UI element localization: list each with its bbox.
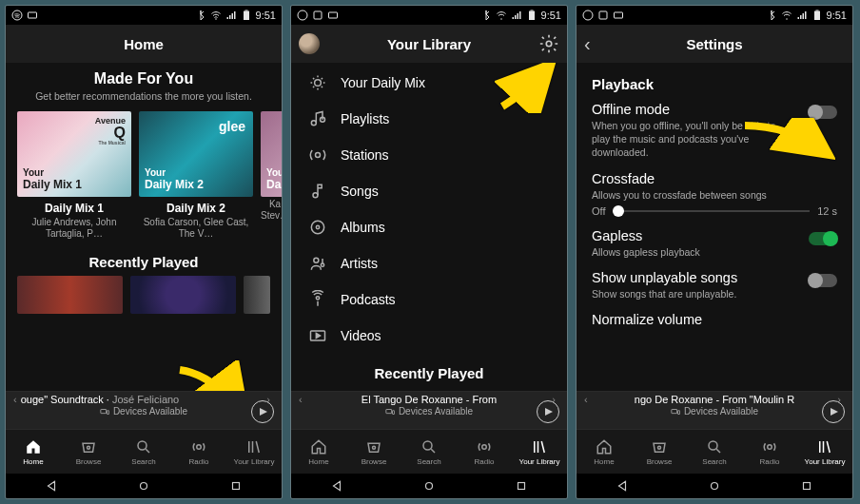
- svg-rect-42: [815, 10, 818, 11]
- android-nav: [291, 474, 567, 498]
- tab-radio[interactable]: Radio: [171, 430, 226, 474]
- tab-radio[interactable]: Radio: [742, 430, 797, 474]
- nav-recent[interactable]: [229, 479, 243, 493]
- devices-available[interactable]: Devices Available: [299, 406, 559, 417]
- play-button[interactable]: [251, 400, 274, 423]
- svg-rect-3: [244, 11, 249, 21]
- library-item-albums[interactable]: Albums: [291, 209, 567, 245]
- crossfade-slider[interactable]: [613, 210, 810, 212]
- nav-home[interactable]: [422, 479, 436, 493]
- show-unplayable-toggle[interactable]: [809, 274, 837, 287]
- setting-desc: Show songs that are unplayable.: [592, 287, 795, 300]
- tab-radio[interactable]: Radio: [457, 430, 512, 474]
- tab-search[interactable]: Search: [116, 430, 171, 474]
- setting-normalize-volume: Normalize volume: [592, 312, 837, 327]
- wifi-icon: [496, 10, 507, 21]
- svg-point-12: [298, 10, 307, 20]
- now-playing-track: El Tango De Roxanne - From: [306, 394, 553, 405]
- daily-mix-1-art: Avenue Q The Musical Your Daily Mix 1: [17, 111, 131, 197]
- status-time: 9:51: [827, 10, 847, 21]
- recent-item-3[interactable]: [244, 276, 270, 314]
- nav-home[interactable]: [137, 479, 150, 493]
- recent-item-2[interactable]: [130, 276, 236, 314]
- offline-mode-toggle[interactable]: [809, 106, 837, 119]
- spotify-status-icon: [297, 10, 308, 21]
- setting-title: Crossfade: [592, 171, 837, 186]
- gapless-toggle[interactable]: [809, 232, 837, 245]
- avatar[interactable]: [299, 33, 320, 54]
- svg-rect-41: [814, 11, 820, 21]
- outlook-status-icon: [327, 10, 339, 21]
- svg-point-37: [583, 10, 593, 20]
- now-playing-bar[interactable]: ‹ El Tango De Roxanne - From › Devices A…: [291, 391, 567, 429]
- tab-home[interactable]: Home: [6, 430, 61, 474]
- chevron-left-icon: ‹: [299, 394, 303, 405]
- now-playing-bar[interactable]: ‹ ngo De Roxanne - From "Moulin R › Devi…: [577, 391, 852, 429]
- nav-recent[interactable]: [800, 479, 813, 493]
- nav-back[interactable]: [616, 479, 629, 493]
- library-item-songs[interactable]: Songs: [291, 173, 567, 209]
- tab-search[interactable]: Search: [401, 430, 457, 474]
- setting-show-unplayable: Show unplayable songs Show songs that ar…: [592, 270, 837, 300]
- svg-point-27: [321, 263, 323, 266]
- tab-browse[interactable]: Browse: [346, 430, 401, 474]
- wifi-icon: [781, 10, 792, 21]
- devices-available[interactable]: Devices Available: [584, 406, 845, 417]
- android-nav: [577, 474, 852, 498]
- recent-item-1[interactable]: [17, 276, 123, 314]
- svg-point-32: [373, 446, 376, 449]
- daily-mix-2-card[interactable]: glee Your Daily Mix 2 Daily Mix 2 Sofia …: [139, 111, 253, 241]
- library-item-artists[interactable]: Artists: [291, 245, 567, 281]
- back-button[interactable]: ‹: [584, 33, 591, 55]
- svg-point-7: [88, 446, 90, 449]
- android-nav: [6, 474, 282, 498]
- library-item-podcasts[interactable]: Podcasts: [291, 281, 567, 318]
- tab-home[interactable]: Home: [291, 430, 346, 474]
- header: Your Library: [291, 25, 567, 63]
- tab-your-library[interactable]: Your Library: [226, 430, 282, 474]
- play-button[interactable]: [537, 400, 559, 423]
- svg-rect-44: [677, 410, 679, 414]
- nav-back[interactable]: [330, 479, 343, 493]
- now-playing-bar[interactable]: ‹ ouge" Soundtrack · José Feliciano › De…: [6, 391, 282, 429]
- tab-your-library[interactable]: Your Library: [512, 430, 567, 474]
- tab-home[interactable]: Home: [577, 430, 632, 474]
- nav-back[interactable]: [45, 479, 58, 493]
- svg-rect-14: [329, 12, 338, 18]
- play-button[interactable]: [822, 400, 845, 423]
- tab-bar: Home Browse Search Radio Your Library: [291, 429, 567, 474]
- signal-icon: [796, 10, 808, 21]
- tab-bar: Home Browse Search Radio Your Library: [577, 429, 852, 474]
- settings-gear-button[interactable]: [538, 33, 559, 54]
- stations-icon: [308, 145, 327, 165]
- tab-browse[interactable]: Browse: [61, 430, 116, 474]
- bluetooth-icon: [480, 10, 492, 21]
- daily-mix-1-card[interactable]: Avenue Q The Musical Your Daily Mix 1 Da…: [17, 111, 131, 241]
- svg-rect-4: [244, 10, 247, 11]
- svg-rect-36: [518, 483, 524, 490]
- nav-home[interactable]: [708, 479, 721, 493]
- setting-gapless: Gapless Allows gapless playback: [592, 228, 837, 259]
- battery-icon: [526, 10, 538, 21]
- svg-rect-16: [529, 11, 535, 21]
- library-item-videos[interactable]: Videos: [291, 318, 567, 354]
- tab-search[interactable]: Search: [687, 430, 742, 474]
- tab-your-library[interactable]: Your Library: [797, 430, 852, 474]
- svg-rect-17: [530, 10, 533, 11]
- wifi-icon: [210, 10, 222, 21]
- library-item-playlists[interactable]: Playlists: [291, 101, 567, 137]
- daily-mix-3-card[interactable]: Your Da Ka Stev…: [261, 111, 282, 241]
- daily-mix-3-art: Your Da: [261, 111, 282, 197]
- label: Artists: [341, 256, 378, 271]
- devices-available[interactable]: Devices Available: [13, 406, 274, 417]
- recently-played-title: Recently Played: [6, 254, 282, 270]
- library-item-daily-mix[interactable]: Your Daily Mix: [291, 65, 567, 101]
- crossfade-max-label: 12 s: [817, 205, 837, 217]
- spotify-status-icon: [582, 10, 594, 21]
- tab-browse[interactable]: Browse: [632, 430, 687, 474]
- crossfade-min-label: Off: [592, 205, 605, 217]
- library-item-stations[interactable]: Stations: [291, 137, 567, 173]
- svg-point-34: [482, 444, 487, 449]
- nav-recent[interactable]: [515, 479, 528, 493]
- header: Home: [6, 25, 282, 63]
